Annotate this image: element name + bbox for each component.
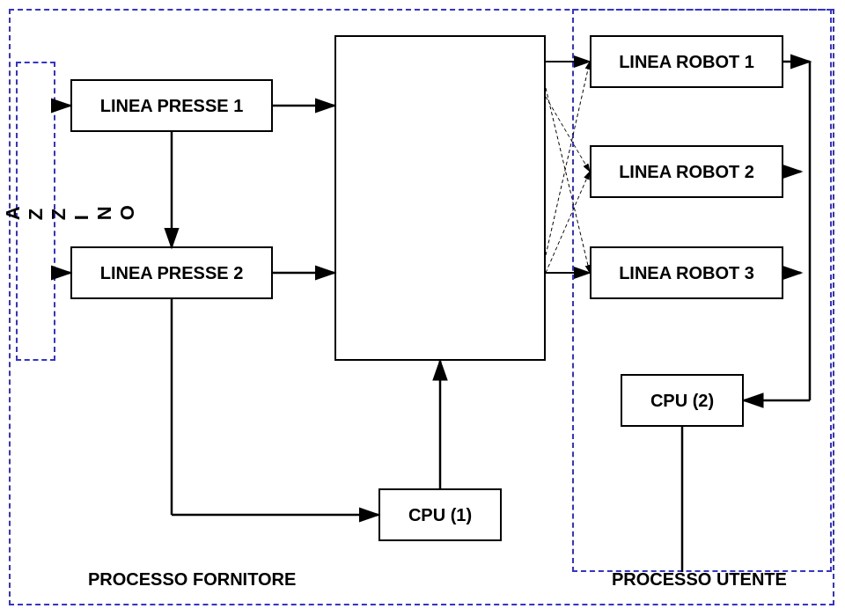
linea-presse-1-box: LINEA PRESSE 1 <box>70 79 273 132</box>
linea-robot-2-box: LINEA ROBOT 2 <box>590 145 783 198</box>
linea-robot-1-box: LINEA ROBOT 1 <box>590 35 783 88</box>
linea-robot-1-label: LINEA ROBOT 1 <box>619 52 754 72</box>
linea-presse-2-box: LINEA PRESSE 2 <box>70 246 273 299</box>
processo-utente-label: PROCESSO UTENTE <box>612 569 787 590</box>
magazzino-section: MAGAZZINO <box>16 62 55 361</box>
linea-presse-2-label: LINEA PRESSE 2 <box>100 263 244 283</box>
magazzino-label: MAGAZZINO <box>0 202 139 220</box>
linea-robot-3-label: LINEA ROBOT 3 <box>619 263 754 283</box>
cpu-1-label: CPU (1) <box>408 505 472 525</box>
main-diagram: MAGAZZINO C.L. LINEA PRESSE 1 LINEA PRES… <box>9 9 834 605</box>
linea-robot-2-label: LINEA ROBOT 2 <box>619 162 754 182</box>
linea-robot-3-box: LINEA ROBOT 3 <box>590 246 783 299</box>
cpu-1-box: CPU (1) <box>378 488 502 541</box>
cpu-2-box: CPU (2) <box>621 374 744 427</box>
processo-fornitore-label: PROCESSO FORNITORE <box>88 569 296 590</box>
cpu-2-label: CPU (2) <box>650 391 714 411</box>
linea-presse-1-label: LINEA PRESSE 1 <box>100 96 244 116</box>
cl-box <box>334 35 546 361</box>
